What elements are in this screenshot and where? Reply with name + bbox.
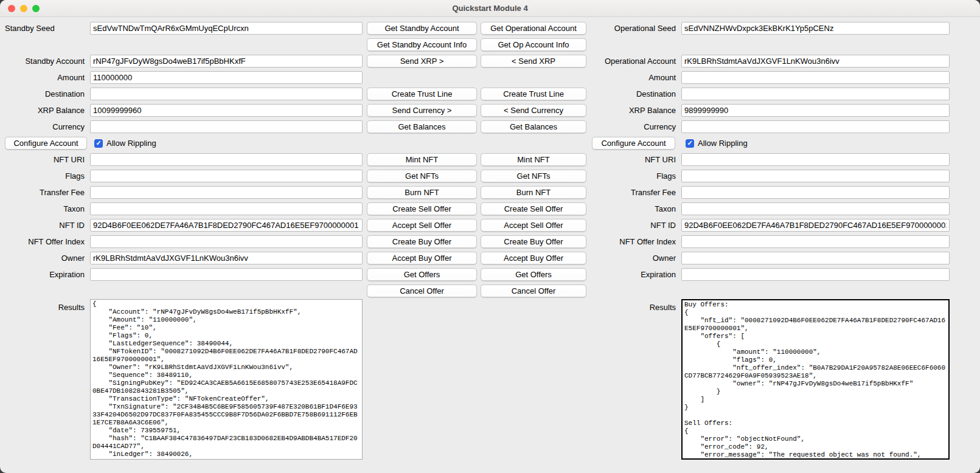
operational-taxon-input[interactable] <box>681 202 950 215</box>
operational-nft-offer-index-input[interactable] <box>681 235 950 248</box>
operational-nft-offer-index-label: NFT Offer Index <box>590 237 678 246</box>
get-standby-account-info-button[interactable]: Get Standby Account Info <box>367 38 477 51</box>
standby-create-buy-offer-button[interactable]: Create Buy Offer <box>367 235 477 248</box>
standby-flags-label: Flags <box>0 171 87 181</box>
operational-destination-label: Destination <box>590 89 678 98</box>
operational-create-buy-offer-button[interactable]: Create Buy Offer <box>481 235 586 248</box>
operational-amount-input[interactable] <box>681 71 950 84</box>
get-op-account-info-button[interactable]: Get Op Account Info <box>481 38 586 51</box>
operational-allow-rippling-group: ✓ Allow Rippling <box>681 139 950 148</box>
standby-allow-rippling-checkbox[interactable]: ✓ <box>94 139 103 148</box>
standby-nft-offer-index-input[interactable] <box>90 235 363 248</box>
operational-send-currency-button[interactable]: < Send Currency <box>481 104 586 117</box>
row-cancel-offer: Cancel Offer Cancel Offer <box>0 283 980 299</box>
standby-currency-label: Currency <box>0 122 87 131</box>
operational-currency-label: Currency <box>590 122 678 131</box>
operational-owner-label: Owner <box>590 254 678 263</box>
standby-nft-uri-input[interactable] <box>90 153 363 166</box>
get-operational-account-button[interactable]: Get Operational Account <box>481 22 586 35</box>
row-nft-id: NFT ID Accept Sell Offer Accept Sell Off… <box>0 217 980 233</box>
get-standby-account-button[interactable]: Get Standby Account <box>367 22 477 35</box>
standby-get-balances-button[interactable]: Get Balances <box>367 120 477 133</box>
operational-get-balances-button[interactable]: Get Balances <box>481 120 586 133</box>
close-button[interactable] <box>8 5 15 12</box>
standby-burn-nft-button[interactable]: Burn NFT <box>367 186 477 199</box>
operational-results-textarea[interactable]: Buy Offers: { "nft_id": "0008271092D4B6F… <box>681 299 950 460</box>
operational-seed-label: Operational Seed <box>590 24 678 33</box>
standby-account-input[interactable] <box>90 55 363 67</box>
operational-nft-uri-input[interactable] <box>681 153 950 166</box>
standby-currency-input[interactable] <box>90 120 363 133</box>
row-flags: Flags Get NFTs Get NFTs Flags <box>0 168 980 184</box>
standby-send-currency-button[interactable]: Send Currency > <box>367 104 477 117</box>
minimize-button[interactable] <box>20 5 27 12</box>
operational-nft-id-input[interactable] <box>681 219 950 232</box>
operational-create-trust-line-button[interactable]: Create Trust Line <box>481 88 586 100</box>
operational-get-offers-button[interactable]: Get Offers <box>481 268 586 281</box>
standby-amount-input[interactable] <box>90 71 363 84</box>
operational-cancel-offer-button[interactable]: Cancel Offer <box>481 285 586 297</box>
row-configure: Configure Account ✓ Allow Rippling Confi… <box>0 135 980 151</box>
standby-owner-input[interactable] <box>90 252 363 264</box>
standby-expiration-label: Expiration <box>0 270 87 279</box>
standby-seed-label: Standby Seed <box>0 24 87 33</box>
standby-get-nfts-button[interactable]: Get NFTs <box>367 170 477 182</box>
operational-burn-nft-button[interactable]: Burn NFT <box>481 186 586 199</box>
app-window: Quickstart Module 4 Standby Seed Get Sta… <box>0 0 980 473</box>
operational-create-sell-offer-button[interactable]: Create Sell Offer <box>481 202 586 215</box>
standby-get-offers-button[interactable]: Get Offers <box>367 268 477 281</box>
standby-accept-sell-offer-button[interactable]: Accept Sell Offer <box>367 219 477 232</box>
standby-cancel-offer-button[interactable]: Cancel Offer <box>367 285 477 297</box>
operational-accept-sell-offer-button[interactable]: Accept Sell Offer <box>481 219 586 232</box>
row-xrp-balance: XRP Balance Send Currency > < Send Curre… <box>0 102 980 119</box>
standby-taxon-input[interactable] <box>90 202 363 215</box>
row-nft-uri: NFT URI Mint NFT Mint NFT NFT URI <box>0 151 980 168</box>
standby-flags-input[interactable] <box>90 170 363 182</box>
standby-amount-label: Amount <box>0 73 87 82</box>
standby-create-sell-offer-button[interactable]: Create Sell Offer <box>367 202 477 215</box>
row-currency: Currency Get Balances Get Balances Curre… <box>0 119 980 135</box>
standby-transfer-fee-label: Transfer Fee <box>0 188 87 197</box>
operational-nft-id-label: NFT ID <box>590 221 678 230</box>
standby-seed-input[interactable] <box>90 22 363 35</box>
operational-owner-input[interactable] <box>681 252 950 264</box>
standby-configure-account-button[interactable]: Configure Account <box>5 137 87 150</box>
standby-send-xrp-button[interactable]: Send XRP > <box>367 55 477 67</box>
standby-allow-rippling-label: Allow Rippling <box>106 139 156 148</box>
operational-nft-uri-label: NFT URI <box>590 155 678 164</box>
operational-configure-account-button[interactable]: Configure Account <box>592 137 675 150</box>
standby-create-trust-line-button[interactable]: Create Trust Line <box>367 88 477 100</box>
standby-accept-buy-offer-button[interactable]: Accept Buy Offer <box>367 252 477 264</box>
standby-nft-id-input[interactable] <box>90 219 363 232</box>
operational-get-nfts-button[interactable]: Get NFTs <box>481 170 586 182</box>
standby-destination-input[interactable] <box>90 88 363 100</box>
operational-mint-nft-button[interactable]: Mint NFT <box>481 153 586 166</box>
operational-account-input[interactable] <box>681 55 950 67</box>
row-taxon: Taxon Create Sell Offer Create Sell Offe… <box>0 201 980 217</box>
standby-transfer-fee-input[interactable] <box>90 186 363 199</box>
operational-account-label: Operational Account <box>590 57 678 66</box>
operational-taxon-label: Taxon <box>590 204 678 213</box>
standby-expiration-input[interactable] <box>90 268 363 281</box>
operational-allow-rippling-checkbox[interactable]: ✓ <box>686 139 694 148</box>
check-icon: ✓ <box>687 140 692 147</box>
standby-mint-nft-button[interactable]: Mint NFT <box>367 153 477 166</box>
operational-flags-input[interactable] <box>681 170 950 182</box>
operational-accept-buy-offer-button[interactable]: Accept Buy Offer <box>481 252 586 264</box>
operational-send-xrp-button[interactable]: < Send XRP <box>481 55 586 67</box>
titlebar: Quickstart Module 4 <box>0 0 980 17</box>
standby-allow-rippling-group: ✓ Allow Rippling <box>90 139 363 148</box>
standby-account-label: Standby Account <box>0 57 87 66</box>
operational-currency-input[interactable] <box>681 120 950 133</box>
standby-nft-id-label: NFT ID <box>0 221 87 230</box>
operational-destination-input[interactable] <box>681 88 950 100</box>
operational-xrp-balance-input[interactable] <box>681 104 950 117</box>
operational-expiration-input[interactable] <box>681 268 950 281</box>
standby-results-textarea[interactable]: { "Account": "rNP47gJFvDyW8gsDo4weB17if5… <box>90 299 363 460</box>
standby-xrp-balance-input[interactable] <box>90 104 363 117</box>
row-account: Standby Account Send XRP > < Send XRP Op… <box>0 53 980 69</box>
operational-seed-input[interactable] <box>681 22 950 35</box>
zoom-button[interactable] <box>32 5 40 12</box>
operational-transfer-fee-input[interactable] <box>681 186 950 199</box>
operational-transfer-fee-label: Transfer Fee <box>590 188 678 197</box>
